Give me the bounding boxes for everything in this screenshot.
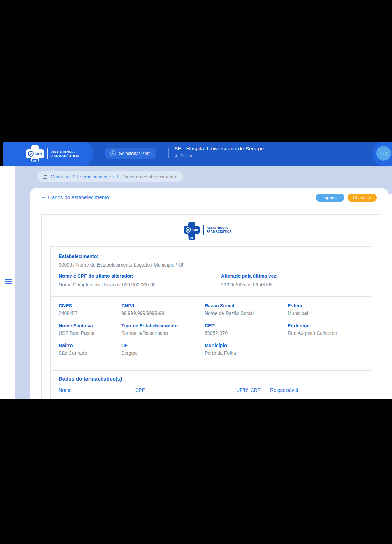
field-bairro: Bairro São Conrado — [59, 343, 121, 363]
select-profile-button[interactable]: Selecionar Perfil — [105, 148, 156, 159]
title-divider — [41, 207, 380, 207]
column-header-responsavel: Responsável — [270, 387, 298, 393]
field-uf: UF Sergipe — [121, 343, 205, 363]
letterbox-bottom — [0, 399, 392, 544]
last-editor-value: Nome Completo do Usuário / 000.000.000-0… — [59, 282, 156, 287]
breadcrumb-separator: / — [117, 174, 118, 179]
esus-sus-mark: sus — [192, 228, 198, 232]
breadcrumb-current: Dados do estabelecimento — [121, 174, 176, 179]
establishment-value: 00000 / Nome do Estabelecimento Logado /… — [59, 262, 185, 268]
field-nome-fantasia: Nome Fantasia USF Bom Pastor — [59, 323, 121, 343]
screen: e sus AF ASSISTÊNCIA FARMACÊUTICA Seleci… — [0, 0, 392, 544]
letterbox-left — [0, 142, 3, 166]
field-esfera: Esfera Municipal — [288, 303, 371, 323]
last-editor-label: Nome e CPF do último alterador: — [59, 273, 134, 279]
last-modified-value: 21/09/2025 às 06:48:59 — [221, 282, 272, 287]
field-municipio: Município Porto da Folha — [205, 343, 288, 363]
breadcrumb-cadastro[interactable]: Cadastro — [51, 174, 70, 179]
brand-divider — [47, 148, 48, 159]
back-arrow-icon[interactable]: ← — [41, 193, 47, 200]
column-header-cpf: CPF — [135, 387, 145, 393]
esus-e-mark: e — [28, 151, 34, 157]
field-cnpj: CNPJ 99.999.999/9999-99 — [121, 303, 205, 323]
table-header-underline — [55, 397, 325, 397]
folder-icon — [42, 174, 48, 180]
person-icon — [174, 154, 178, 158]
esus-cross-icon: e sus AF — [184, 222, 200, 238]
role-row: Gestor — [174, 154, 192, 158]
last-modified-label: Alterado pela última vez: — [221, 273, 278, 279]
esus-sus-mark: sus — [34, 151, 42, 156]
section-divider — [51, 296, 371, 297]
consult-button[interactable]: Consultar — [348, 194, 377, 202]
establishment-label: Estabelecimento: — [59, 253, 99, 259]
field-cnes: CNES 2408457 — [59, 303, 121, 323]
content-edge-line — [380, 207, 380, 399]
establishment-fields-grid: CNES 2408457 CNPJ 99.999.999/9999-99 Raz… — [51, 303, 371, 363]
establishment-title: SE - Hospital Universitário de Sergipe — [174, 146, 264, 152]
print-button[interactable]: Imprimir — [316, 194, 344, 202]
field-cep: CEP 59052-070 — [205, 323, 288, 343]
brand-divider — [203, 225, 204, 235]
establishment-info-box: Estabelecimento: 00000 / Nome do Estabel… — [50, 246, 371, 369]
esus-e-mark: e — [186, 227, 191, 233]
page-background-left — [15, 166, 30, 399]
breadcrumb-separator: / — [73, 174, 74, 179]
brand-area: e sus AF ASSISTÊNCIA FARMACÊUTICA — [3, 142, 93, 166]
breadcrumb: Cadastro / Estabelecimentos / Dados do e… — [37, 171, 183, 182]
header-divider — [168, 148, 169, 158]
esus-af-logo: e sus AF ASSISTÊNCIA FARMACÊUTICA — [26, 145, 79, 163]
af-badge: AF — [189, 236, 195, 240]
letterbox-top — [0, 0, 392, 142]
pharmacists-title: Dados do farmacêutico(s) — [59, 376, 122, 382]
brand-app-name: ASSISTÊNCIA FARMACÊUTICA — [51, 150, 79, 158]
column-header-nome: Nome — [59, 387, 71, 393]
esus-cross-icon: e sus AF — [26, 145, 44, 163]
profile-circle-icon — [110, 150, 116, 157]
field-razao-social: Razão Social Nome da Razão Social — [205, 303, 288, 323]
content-right-strip — [388, 194, 392, 399]
role-label: Gestor — [180, 154, 192, 158]
field-tipo-estabelecimento: Tipo de Estabelecimento Farmácia/Dispens… — [121, 323, 205, 343]
page-title: Dados do estabelecimento — [48, 194, 109, 200]
af-badge: AF — [32, 159, 38, 163]
menu-hamburger-icon[interactable] — [5, 279, 12, 286]
document-esus-logo: e sus AF ASSISTÊNCIA FARMACÊUTICA — [184, 222, 232, 238]
breadcrumb-estabelecimentos[interactable]: Estabelecimentos — [77, 174, 114, 179]
user-avatar[interactable]: FC — [376, 146, 391, 161]
column-header-uf-crf: UF/Nº CRF — [236, 387, 260, 393]
select-profile-label: Selecionar Perfil — [119, 151, 152, 156]
brand-app-name: ASSISTÊNCIA FARMACÊUTICA — [207, 226, 232, 234]
field-endereco: Endereço Rua Augusto Calheiros — [288, 323, 371, 343]
